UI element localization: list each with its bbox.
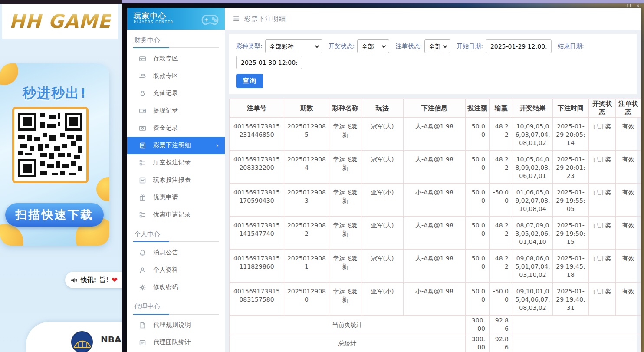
sidebar-item-agent-team-stats[interactable]: 代理团队统计 [133, 334, 219, 351]
window-title-strip [122, 0, 644, 3]
chevron-right-icon: › [216, 142, 219, 149]
page-stats-bet: 300.00 [466, 316, 490, 334]
gamepad-icon [200, 10, 220, 29]
table-row: 40156917381517059043020250129083 幸运飞艇新亚军… [230, 184, 641, 217]
page-stats-row: 当前页统计 300.00 92.86 [230, 316, 641, 334]
page-stats-label: 当前页统计 [230, 316, 466, 334]
left-promo-column: HH GAME 秒进秒出! 扫描快速下载 快讯: 旨! ❤ NBA [0, 0, 122, 352]
sidebar-item-deposit-zone[interactable]: 存款专区 [133, 50, 219, 67]
col-order-no: 注单号 [230, 99, 284, 118]
sidebar-header: 玩家中心 PLAYERS CENTER [127, 8, 225, 30]
left-top-strip [0, 0, 122, 4]
screen: HH GAME 秒进秒出! 扫描快速下载 快讯: 旨! ❤ NBA [0, 0, 644, 352]
sidebar: 玩家中心 PLAYERS CENTER 财务中心 存款专区 取款专区 [127, 8, 225, 352]
total-stats-win: 92.86 [490, 334, 513, 352]
section-underline [133, 241, 219, 242]
col-play-type: 玩法 [361, 99, 404, 118]
coin-decoration [96, 177, 109, 201]
total-stats-label: 总统计 [230, 334, 466, 352]
list-check-icon [139, 211, 146, 219]
sidebar-item-promo-apply[interactable]: 优惠申请 [133, 189, 219, 206]
gift-icon [139, 194, 146, 201]
col-bet-amount: 投注额 [466, 99, 490, 118]
col-lottery-name: 彩种名称 [329, 99, 361, 118]
page-title: 彩票下注明细 [244, 15, 286, 23]
col-period: 期数 [284, 99, 329, 118]
bets-table-card: 注单号 期数 彩种名称 玩法 下注信息 投注额 输赢 开奖结果 下注时间 开奖状… [229, 99, 637, 352]
download-qr-code [12, 107, 89, 183]
content-topbar: 彩票下注明细 [225, 8, 641, 30]
hamburger-menu-icon[interactable] [233, 16, 240, 22]
person-icon [139, 266, 146, 274]
coin-decoration [0, 63, 18, 85]
wallet-icon [139, 107, 146, 115]
sidebar-item-withdraw-zone[interactable]: 取款专区 [133, 67, 219, 85]
news-icon [139, 339, 146, 346]
table-row: 40156917381523144685020250129085 幸运飞艇新冠军… [230, 118, 641, 151]
sidebar-item-recharge-records[interactable]: 充值记录 [133, 85, 219, 102]
hand-coin-icon [139, 72, 146, 80]
col-win-loss: 输赢 [490, 99, 513, 118]
heart-icon: ❤ [112, 276, 118, 284]
file-icon [139, 322, 146, 329]
start-date-input[interactable] [486, 39, 552, 53]
sidebar-body: 财务中心 存款专区 取款专区 充值记录 [127, 30, 225, 352]
sidebar-item-profile[interactable]: 个人资料 [133, 261, 219, 279]
sidebar-item-withdrawal-records[interactable]: 提现记录 [133, 102, 219, 119]
sidebar-item-announcements[interactable]: 消息公告 [133, 244, 219, 261]
draw-status-label: 开奖状态: [329, 43, 355, 50]
bell-icon [139, 249, 146, 257]
chart-icon [139, 177, 146, 184]
gear-icon [139, 284, 146, 291]
table-row: 40156917381514154774020250129082 幸运飞艇新亚军… [230, 217, 641, 250]
nba-card-title: NBA [101, 334, 121, 345]
sidebar-item-lottery-bet-details[interactable]: 彩票下注明细 › [127, 137, 225, 154]
sidebar-item-change-password[interactable]: 修改密码 [133, 279, 219, 296]
order-status-select[interactable]: 全部 [424, 39, 450, 53]
document-list-icon [139, 142, 146, 149]
bets-table: 注单号 期数 彩种名称 玩法 下注信息 投注额 输赢 开奖结果 下注时间 开奖状… [229, 99, 641, 352]
col-order-status: 注单状态 [616, 99, 641, 118]
qr-code-image [18, 113, 82, 177]
table-header-row: 注单号 期数 彩种名称 玩法 下注信息 投注额 输赢 开奖结果 下注时间 开奖状… [230, 99, 641, 118]
sidebar-item-hall-bet-records[interactable]: 厅室投注记录 [133, 154, 219, 171]
scan-download-button[interactable]: 扫描快速下载 [5, 203, 104, 227]
money-bag-icon [139, 90, 146, 97]
table-row: 40156917381520833220020250129084 幸运飞艇新冠军… [230, 151, 641, 184]
nba-news-card[interactable]: NBA [26, 322, 122, 352]
page-stats-win: 92.86 [490, 316, 513, 334]
col-bet-info: 下注信息 [404, 99, 466, 118]
col-bet-time: 下注时间 [553, 99, 589, 118]
ticker-label: 快讯: [81, 276, 96, 284]
team-logo [71, 331, 93, 352]
coin-decoration [0, 224, 23, 246]
order-status-label: 注单状态: [395, 43, 422, 50]
end-date-input[interactable] [236, 56, 302, 69]
start-date-label: 开始日期: [457, 43, 483, 50]
news-ticker[interactable]: 快讯: 旨! ❤ [65, 272, 122, 288]
ticker-text: 旨! [99, 276, 108, 284]
total-stats-row: 总统计 300.00 92.86 [230, 334, 641, 352]
lottery-type-select[interactable]: 全部彩种 [265, 39, 322, 53]
section-personal-center: 个人中心 [133, 224, 219, 241]
section-underline [133, 47, 219, 48]
query-button[interactable]: 查询 [236, 74, 263, 88]
sidebar-item-fund-records[interactable]: 资金记录 [133, 119, 219, 137]
draw-status-select[interactable]: 全部 [357, 39, 389, 53]
promo-headline: 秒进秒出! [0, 84, 109, 102]
total-stats-bet: 300.00 [466, 334, 490, 352]
sidebar-item-agent-rules[interactable]: 代理规则说明 [133, 316, 219, 334]
sidebar-item-player-bet-report[interactable]: 玩家投注报表 [133, 171, 219, 189]
site-logo-bar: HH GAME [2, 4, 118, 39]
section-underline [133, 314, 219, 315]
site-logo: HH GAME [9, 10, 111, 32]
table-row: 40156917381508315758020250129080 幸运飞艇新亚军… [230, 283, 641, 316]
end-date-label: 结束日期: [558, 43, 584, 50]
col-draw-status: 开奖状态 [589, 99, 616, 118]
table-row: 40156917381511182986020250129081 幸运飞艇新冠军… [230, 250, 641, 283]
sidebar-item-promo-apply-records[interactable]: 优惠申请记录 [133, 206, 219, 224]
bank-card-icon [139, 55, 146, 63]
list-check-icon [139, 159, 146, 167]
section-finance-center: 财务中心 [133, 30, 219, 47]
section-agent-center: 代理中心 [133, 296, 219, 314]
